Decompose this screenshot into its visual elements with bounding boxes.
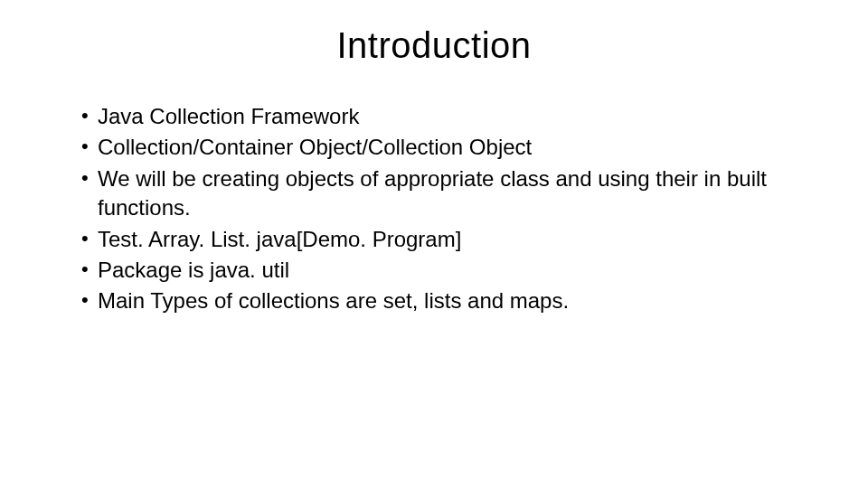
list-item: Main Types of collections are set, lists… — [81, 286, 805, 315]
slide-title: Introduction — [63, 25, 805, 66]
list-item: Test. Array. List. java[Demo. Program] — [81, 225, 805, 254]
list-item: We will be creating objects of appropria… — [81, 164, 805, 223]
list-item: Package is java. util — [81, 256, 805, 285]
slide-content: Java Collection Framework Collection/Con… — [63, 102, 805, 316]
bullet-list: Java Collection Framework Collection/Con… — [81, 102, 805, 316]
list-item: Java Collection Framework — [81, 102, 805, 131]
slide-container: Introduction Java Collection Framework C… — [0, 0, 868, 488]
list-item: Collection/Container Object/Collection O… — [81, 133, 805, 162]
